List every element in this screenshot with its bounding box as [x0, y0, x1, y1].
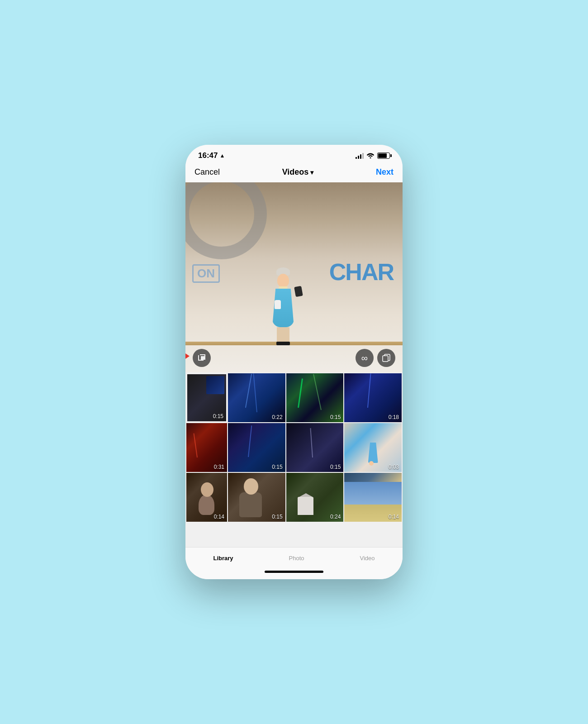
table-surface — [185, 342, 403, 345]
list-item[interactable]: 0:15 — [228, 423, 285, 472]
list-item[interactable]: 0:18 — [344, 373, 402, 422]
chevron-down-icon: ▾ — [310, 169, 313, 176]
home-indicator — [185, 567, 403, 579]
location-icon: ▲ — [219, 152, 225, 159]
tab-library[interactable]: Library — [199, 553, 247, 563]
tab-library-label: Library — [213, 555, 233, 562]
preview-scene: CHAR ON — [185, 182, 403, 372]
list-item[interactable]: 0:14 — [344, 473, 402, 522]
signal-icon — [356, 152, 364, 159]
list-item[interactable]: 0:15 — [286, 373, 344, 422]
thumbnail-grid: 0:15 0:22 0:15 0:18 0:31 — [185, 372, 403, 547]
next-button[interactable]: Next — [376, 167, 394, 177]
list-item[interactable]: 0:15 — [228, 473, 285, 522]
list-item[interactable]: 0:31 — [186, 423, 227, 472]
on-text: ON — [192, 264, 220, 283]
nav-title[interactable]: Videos ▾ — [282, 167, 314, 177]
status-time: 16:47 — [198, 151, 218, 160]
tab-photo-label: Photo — [289, 555, 304, 562]
wifi-icon — [366, 152, 375, 160]
svg-rect-0 — [383, 356, 388, 362]
tab-video-label: Video — [360, 555, 375, 562]
list-item[interactable]: 0:15 — [286, 423, 344, 472]
loop-button[interactable]: ∞ — [356, 349, 374, 367]
copy-button[interactable] — [377, 349, 395, 367]
crop-button[interactable] — [193, 349, 211, 367]
thumb-row-3: 0:14 0:15 0:24 0:14 — [186, 473, 402, 522]
thumb-row-1: 0:15 0:22 0:15 0:18 — [186, 373, 402, 422]
nav-bar: Cancel Videos ▾ Next — [185, 164, 403, 182]
list-item[interactable]: 0:03 — [344, 423, 402, 472]
thumb-row-2: 0:31 0:15 0:15 0:03 — [186, 423, 402, 472]
cancel-button[interactable]: Cancel — [194, 167, 220, 177]
preview-controls: ∞ — [185, 349, 403, 367]
tab-video[interactable]: Video — [346, 553, 388, 563]
tab-bar: Library Photo Video — [185, 547, 403, 567]
list-item[interactable]: 0:22 — [228, 373, 285, 422]
annotation-arrow — [185, 349, 190, 363]
status-bar: 16:47 ▲ — [185, 145, 403, 164]
glove — [275, 300, 281, 309]
wheel-element — [185, 182, 267, 259]
list-item[interactable]: 0:14 — [186, 473, 227, 522]
phone-frame: 16:47 ▲ Cancel Videos ▾ — [185, 145, 403, 579]
list-item[interactable]: 0:24 — [286, 473, 344, 522]
battery-icon — [377, 152, 390, 159]
status-icons — [356, 152, 390, 160]
video-preview: CHAR ON — [185, 182, 403, 372]
char-text: CHAR — [329, 258, 394, 286]
tab-photo[interactable]: Photo — [275, 553, 318, 563]
thumbnail-selected[interactable]: 0:15 — [186, 373, 227, 422]
